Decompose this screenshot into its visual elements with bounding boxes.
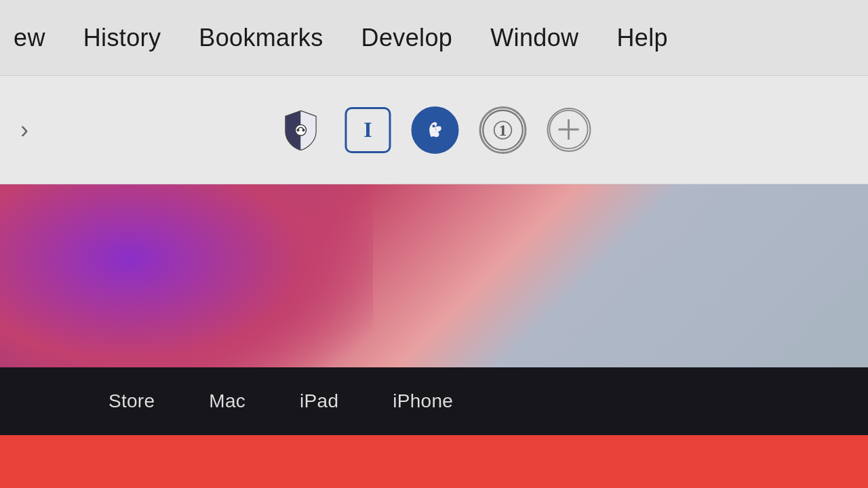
menu-item-help[interactable]: Help xyxy=(597,24,686,52)
apple-content-area: Shop e xyxy=(0,435,868,488)
night-owl-extension[interactable] xyxy=(412,106,459,154)
extensions-area: I 1 xyxy=(277,106,591,154)
macos-menu-bar: ew History Bookmarks Develop Window Help xyxy=(0,0,868,76)
add-extension-button[interactable] xyxy=(547,108,591,152)
forward-arrow[interactable]: › xyxy=(20,116,28,144)
svg-text:1: 1 xyxy=(499,121,507,139)
menu-item-develop[interactable]: Develop xyxy=(342,24,472,52)
apple-nav-bar: Store Mac iPad iPhone xyxy=(0,367,868,435)
instapaper-label: I xyxy=(363,117,372,142)
apple-nav-iphone[interactable]: iPhone xyxy=(366,390,480,412)
macos-wallpaper xyxy=(0,184,868,367)
svg-point-2 xyxy=(302,129,305,131)
menu-item-bookmarks[interactable]: Bookmarks xyxy=(180,24,342,52)
menu-item-window[interactable]: Window xyxy=(471,24,597,52)
privacy-badger-extension[interactable] xyxy=(277,106,325,154)
onepassword-extension[interactable]: 1 xyxy=(479,106,527,154)
instapaper-extension[interactable]: I xyxy=(345,107,391,153)
apple-nav-mac[interactable]: Mac xyxy=(182,390,273,412)
browser-toolbar: › I xyxy=(0,76,868,184)
svg-point-1 xyxy=(297,129,300,131)
apple-nav-store[interactable]: Store xyxy=(81,390,182,412)
apple-nav-ipad[interactable]: iPad xyxy=(273,390,366,412)
menu-item-history[interactable]: History xyxy=(64,24,180,52)
menu-item-view[interactable]: ew xyxy=(7,24,64,52)
